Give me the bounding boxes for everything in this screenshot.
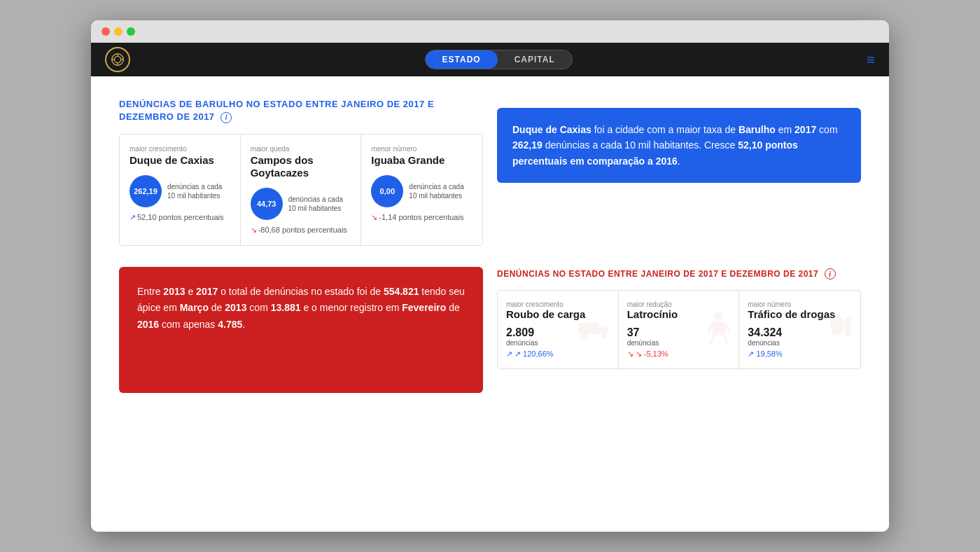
svg-point-7 bbox=[581, 332, 587, 338]
stat-badge-1: 44,73 bbox=[251, 188, 283, 220]
stat-city-1: Campos dos Goytacazes bbox=[251, 154, 351, 179]
traffic-light-red[interactable] bbox=[102, 27, 110, 36]
stat-label-1: maior queda bbox=[251, 145, 351, 153]
arrow-down-2: ↘ bbox=[371, 213, 377, 222]
svg-point-1 bbox=[114, 56, 120, 62]
top-right-panel: Duque de Caxias foi a cidade com a maior… bbox=[497, 97, 861, 246]
crime-section-title: DENÚNCIAS NO ESTADO ENTRE JANEIRO DE 201… bbox=[497, 269, 818, 279]
main-content: DENÚNCIAS DE BARULHO NO ESTADO ENTRE JAN… bbox=[91, 76, 889, 532]
svg-line-11 bbox=[726, 325, 729, 332]
bottom-right-panel: DENÚNCIAS NO ESTADO ENTRE JANEIRO DE 201… bbox=[497, 267, 861, 393]
stat-card-1: maior queda Campos dos Goytacazes 44,73 … bbox=[241, 134, 362, 245]
arrow-up-0: ↗ bbox=[130, 213, 136, 222]
stat-change-text-2: -1,14 pontos percentuais bbox=[379, 213, 463, 221]
svg-point-9 bbox=[715, 312, 723, 321]
stat-badge-row-1: 44,73 denúncias a cada 10 mil habitantes bbox=[251, 188, 351, 220]
crime-info-icon[interactable]: i bbox=[825, 268, 836, 280]
svg-rect-15 bbox=[845, 318, 850, 336]
highlight-red-box: Entre 2013 e 2017 o total de denúncias n… bbox=[119, 267, 483, 393]
browser-chrome bbox=[91, 20, 889, 43]
nav-logo bbox=[105, 47, 130, 72]
stat-card-0: maior crescimento Duque de Caxias 262,19… bbox=[120, 134, 241, 245]
stat-city-2: Iguaba Grande bbox=[371, 154, 472, 167]
barulho-section-title: DENÚNCIAS DE BARULHO NO ESTADO ENTRE JAN… bbox=[119, 99, 434, 122]
arrow-down-1: ↘ bbox=[251, 226, 257, 235]
stat-badge-label-0: denúncias a cada 10 mil habitantes bbox=[167, 182, 230, 200]
crime-label-1: maior redução bbox=[627, 301, 731, 308]
stat-city-0: Duque de Caxias bbox=[130, 154, 230, 167]
stat-label-2: menor número bbox=[371, 145, 472, 153]
crime-icon-person bbox=[705, 311, 733, 349]
top-section: DENÚNCIAS DE BARULHO NO ESTADO ENTRE JAN… bbox=[119, 97, 861, 246]
capital-toggle-btn[interactable]: CAPITAL bbox=[498, 50, 572, 69]
stat-badge-row-2: 0,00 denúncias a cada 10 mil habitantes bbox=[371, 175, 472, 207]
crime-change-0: ↗ ↗ 120,66% bbox=[506, 350, 610, 359]
crime-card-1: maior redução Latrocínio 37 denúncias ↘ … bbox=[619, 291, 740, 368]
crime-icon-truck bbox=[578, 315, 612, 345]
crime-change-2: ↗ 19,58% bbox=[748, 350, 852, 359]
stat-change-0: ↗ 52,10 pontos percentuais bbox=[130, 213, 230, 222]
svg-line-13 bbox=[724, 336, 727, 345]
menu-icon[interactable]: ≡ bbox=[867, 52, 875, 68]
crime-icon-drugs bbox=[827, 311, 855, 349]
navbar: ESTADO CAPITAL ≡ bbox=[91, 43, 889, 76]
stat-badge-label-1: denúncias a cada 10 mil habitantes bbox=[288, 195, 351, 213]
barulho-info-icon[interactable]: i bbox=[220, 112, 232, 123]
svg-point-14 bbox=[830, 315, 844, 336]
stat-change-text-0: 52,10 pontos percentuais bbox=[137, 213, 224, 221]
bottom-section: Entre 2013 e 2017 o total de denúncias n… bbox=[119, 267, 861, 393]
svg-rect-6 bbox=[578, 322, 598, 334]
nav-toggle: ESTADO CAPITAL bbox=[425, 50, 573, 69]
highlight-red-text: Entre 2013 e 2017 o total de denúncias n… bbox=[137, 284, 465, 333]
crime-label-0: maior crescimento bbox=[506, 301, 610, 308]
stat-label-0: maior crescimento bbox=[130, 145, 230, 153]
stat-badge-0: 262,19 bbox=[130, 175, 162, 207]
highlight-blue-box: Duque de Caxias foi a cidade com a maior… bbox=[497, 108, 861, 183]
svg-point-8 bbox=[601, 332, 606, 338]
highlight-blue-text: Duque de Caxias foi a cidade com a maior… bbox=[512, 122, 846, 169]
crime-card-0: maior crescimento Roubo de carga 2.809 d… bbox=[498, 291, 619, 368]
stat-change-text-1: -80,68 pontos percentuais bbox=[258, 226, 347, 234]
barulho-stats-cards: maior crescimento Duque de Caxias 262,19… bbox=[119, 134, 483, 246]
bottom-left-panel: Entre 2013 e 2017 o total de denúncias n… bbox=[119, 267, 483, 393]
browser-window: ESTADO CAPITAL ≡ DENÚNCIAS DE BARULHO NO… bbox=[91, 20, 889, 532]
top-left-panel: DENÚNCIAS DE BARULHO NO ESTADO ENTRE JAN… bbox=[119, 97, 483, 246]
traffic-light-yellow[interactable] bbox=[114, 27, 122, 36]
stat-change-1: ↘ -80,68 pontos percentuais bbox=[251, 226, 351, 235]
stat-card-2: menor número Iguaba Grande 0,00 denúncia… bbox=[361, 134, 482, 245]
stat-badge-row-0: 262,19 denúncias a cada 10 mil habitante… bbox=[130, 175, 230, 207]
stat-badge-label-2: denúncias a cada 10 mil habitantes bbox=[409, 182, 472, 200]
stat-badge-2: 0,00 bbox=[371, 175, 403, 207]
svg-line-12 bbox=[710, 336, 713, 345]
traffic-light-green[interactable] bbox=[127, 27, 135, 36]
crime-card-2: maior número Tráfico de drogas 34.324 de… bbox=[739, 291, 860, 368]
crime-cards: maior crescimento Roubo de carga 2.809 d… bbox=[497, 290, 861, 369]
crime-change-1: ↘ ↘ -5,13% bbox=[627, 350, 731, 359]
svg-line-10 bbox=[708, 325, 712, 332]
crime-label-2: maior número bbox=[748, 301, 852, 308]
estado-toggle-btn[interactable]: ESTADO bbox=[426, 50, 498, 69]
svg-rect-16 bbox=[845, 324, 850, 326]
stat-change-2: ↘ -1,14 pontos percentuais bbox=[371, 213, 472, 222]
